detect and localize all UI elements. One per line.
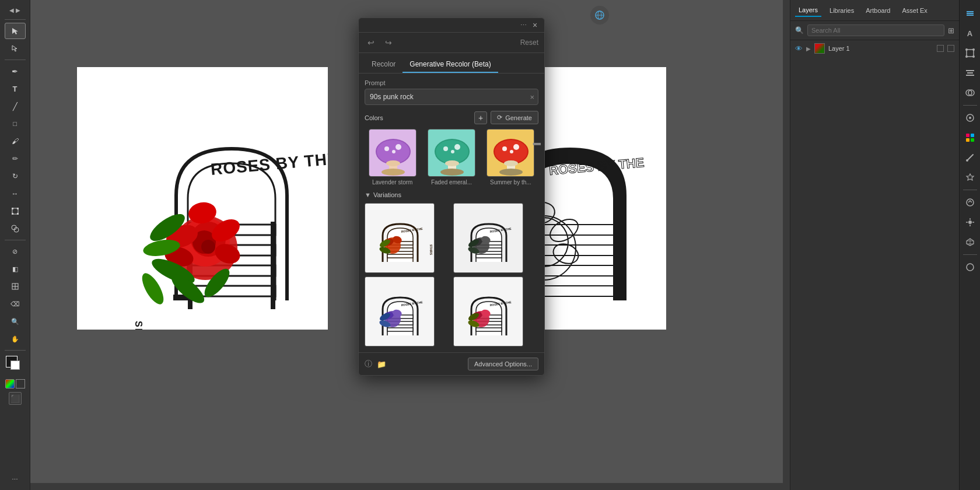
align-panel-btn[interactable] bbox=[961, 64, 979, 82]
shape-tool-btn[interactable]: □ bbox=[5, 116, 26, 132]
advanced-options-btn[interactable]: Advanced Options... bbox=[468, 358, 538, 370]
circle-panel-btn[interactable] bbox=[961, 258, 979, 276]
svg-rect-127 bbox=[967, 11, 974, 12]
tab-recolor[interactable]: Recolor bbox=[365, 58, 402, 73]
svg-rect-129 bbox=[967, 15, 974, 16]
width-tool-btn[interactable]: ↔ bbox=[5, 186, 26, 202]
variation-item-2[interactable]: ROSES BY THE bbox=[453, 203, 523, 273]
tab-asset-ex[interactable]: Asset Ex bbox=[898, 5, 930, 16]
dialog-titlebar: ⋯ × bbox=[359, 18, 544, 33]
symbols-panel-btn[interactable] bbox=[961, 169, 979, 186]
tab-artboard[interactable]: Artboard bbox=[862, 5, 894, 16]
svg-rect-97 bbox=[476, 254, 502, 258]
svg-point-149 bbox=[968, 220, 972, 224]
hand-tool-btn[interactable]: ✋ bbox=[5, 331, 26, 347]
svg-rect-107 bbox=[387, 328, 413, 331]
mesh-tool-btn[interactable] bbox=[5, 278, 26, 295]
variations-header[interactable]: ▼ Variations bbox=[365, 191, 538, 198]
none-mode-btn[interactable] bbox=[16, 379, 25, 388]
layer-expand-arrow[interactable]: ▶ bbox=[806, 46, 811, 52]
swatch-lavender-storm[interactable]: Lavender storm bbox=[365, 129, 420, 186]
tab-libraries[interactable]: Libraries bbox=[826, 5, 858, 16]
zoom-tool-btn[interactable]: 🔍 bbox=[5, 313, 26, 330]
tab-layers[interactable]: Layers bbox=[795, 4, 821, 17]
eraser-tool-btn[interactable]: ⌫ bbox=[5, 296, 26, 312]
paintbrush-tool-btn[interactable]: 🖌 bbox=[5, 133, 26, 149]
colors-add-btn[interactable]: + bbox=[474, 111, 487, 124]
variation-item-3[interactable]: ROSES BY THE bbox=[365, 276, 435, 346]
footer-info-btn[interactable]: ⓘ bbox=[365, 359, 372, 369]
svg-point-73 bbox=[440, 169, 464, 176]
swatch-faded-emerald[interactable]: Faded emeral... bbox=[424, 129, 479, 186]
svg-rect-143 bbox=[971, 134, 974, 137]
h-scrollbar[interactable] bbox=[30, 483, 790, 490]
properties-panel-btn[interactable]: A bbox=[961, 24, 979, 42]
svg-text:SHE LEFT ME: SHE LEFT ME bbox=[134, 321, 144, 330]
reset-btn[interactable]: Reset bbox=[520, 38, 538, 47]
line-tool-btn[interactable]: ╱ bbox=[5, 98, 26, 114]
svg-point-59 bbox=[384, 146, 389, 151]
pathfinder-panel-btn[interactable] bbox=[961, 84, 979, 102]
filter-btn[interactable]: ⊞ bbox=[948, 26, 954, 35]
generate-btn[interactable]: ⟳ Generate bbox=[491, 111, 538, 124]
layer-visibility-btn[interactable]: 👁 bbox=[795, 44, 803, 53]
gradient-tool-btn[interactable]: ◧ bbox=[5, 261, 26, 277]
svg-point-134 bbox=[972, 55, 975, 58]
toolbar-divider-3 bbox=[5, 240, 26, 240]
left-toolbar: ◀ ▶ ✒ T ╱ □ 🖌 ✏ ↻ ↔ ⊘ ◧ ⌫ 🔍 ✋ ⬛ … bbox=[0, 0, 30, 490]
color-mode-btn[interactable] bbox=[5, 379, 15, 388]
swatches-scroll-indicator: ▐ bbox=[534, 141, 541, 145]
transform-panel-btn[interactable] bbox=[961, 44, 979, 62]
footer-folder-btn[interactable]: 📁 bbox=[377, 360, 386, 369]
svg-rect-4 bbox=[17, 213, 19, 215]
direct-select-tool-btn[interactable] bbox=[5, 40, 26, 57]
search-input[interactable] bbox=[807, 24, 944, 36]
type-tool-btn[interactable]: T bbox=[5, 80, 26, 97]
shape-builder-tool-btn[interactable] bbox=[5, 220, 26, 237]
layer-lock-toggle[interactable] bbox=[947, 45, 954, 52]
dialog-expand-btn[interactable]: ⋯ bbox=[519, 20, 528, 30]
swatch-summer[interactable]: Summer by th... bbox=[483, 129, 538, 186]
view-mode-btn[interactable] bbox=[590, 6, 609, 24]
panel-divider-1 bbox=[963, 105, 977, 106]
sun-panel-btn[interactable] bbox=[961, 214, 979, 231]
right-panel: Layers Libraries Artboard Asset Ex 🔍 ⊞ 👁… bbox=[790, 0, 959, 490]
layers-panel-btn[interactable] bbox=[961, 5, 979, 22]
variation-item-1[interactable]: ROSES BY THE STAIRS bbox=[365, 203, 435, 273]
swatch-lavender-img bbox=[369, 129, 416, 177]
layer-visibility-toggle[interactable] bbox=[937, 45, 944, 52]
panel-tabs: Layers Libraries Artboard Asset Ex bbox=[790, 0, 959, 21]
variation-item-4[interactable]: ROSES BY THE bbox=[453, 276, 523, 346]
redo-btn[interactable]: ↪ bbox=[382, 36, 395, 49]
3d-panel-btn[interactable] bbox=[961, 233, 979, 251]
dialog-close-btn[interactable]: × bbox=[530, 20, 540, 30]
svg-point-68 bbox=[443, 146, 448, 151]
layer-name[interactable]: Layer 1 bbox=[828, 45, 933, 52]
rotate-tool-btn[interactable]: ↻ bbox=[5, 168, 26, 184]
svg-marker-147 bbox=[967, 174, 974, 180]
selection-tool-btn[interactable] bbox=[5, 23, 26, 39]
canvas-area: ROSES BY THE STAIRS bbox=[30, 0, 790, 490]
swatches-panel-btn[interactable] bbox=[961, 129, 979, 146]
v-scrollbar[interactable] bbox=[783, 0, 790, 483]
toolbar-collapse-btn[interactable]: ◀ ▶ bbox=[5, 4, 26, 16]
artwork-left-svg: ROSES BY THE STAIRS bbox=[77, 67, 328, 330]
pencil-tool-btn[interactable]: ✏ bbox=[5, 150, 26, 167]
fill-stroke-indicator[interactable] bbox=[5, 355, 26, 376]
layer-row-1: 👁 ▶ Layer 1 bbox=[790, 40, 959, 57]
live-paint-tool-btn[interactable]: ⬛ bbox=[9, 392, 22, 405]
tab-generative-recolor[interactable]: Generative Recolor (Beta) bbox=[402, 58, 498, 73]
prompt-clear-btn[interactable]: × bbox=[530, 93, 534, 102]
free-transform-btn[interactable] bbox=[5, 203, 26, 219]
eyedropper-tool-btn[interactable]: ⊘ bbox=[5, 243, 26, 260]
svg-point-141 bbox=[969, 117, 971, 119]
variations-grid: ROSES BY THE STAIRS bbox=[365, 203, 538, 346]
more-tools-btn[interactable]: … bbox=[5, 469, 26, 485]
svg-point-63 bbox=[386, 160, 400, 166]
undo-btn[interactable]: ↩ bbox=[365, 36, 377, 49]
color-panel-btn[interactable] bbox=[961, 109, 979, 127]
brushes-panel-btn[interactable] bbox=[961, 149, 979, 166]
prompt-input[interactable] bbox=[365, 89, 538, 104]
pen-tool-btn[interactable]: ✒ bbox=[5, 63, 26, 79]
appearance-panel-btn[interactable] bbox=[961, 194, 979, 211]
